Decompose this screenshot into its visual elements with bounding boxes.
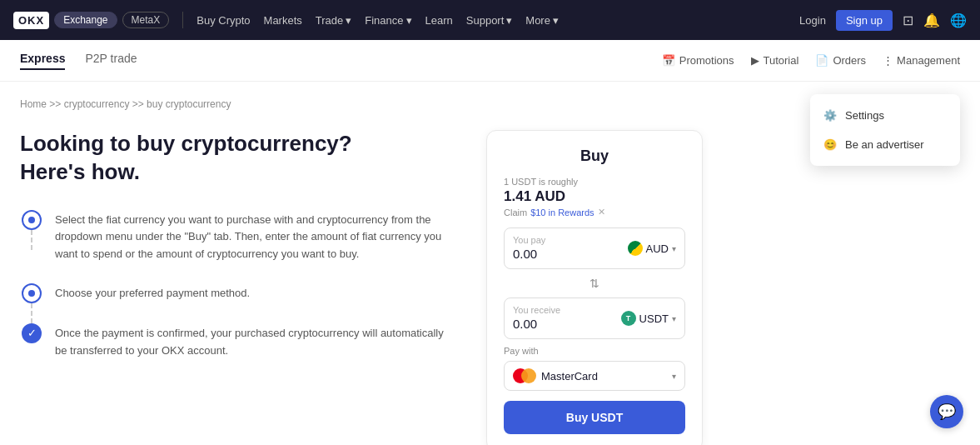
left-content: Looking to buy cryptocurrency? Here's ho… [20, 130, 453, 360]
settings-menu-item[interactable]: ⚙️ Settings [810, 101, 960, 130]
aud-chevron-icon: ▾ [672, 244, 676, 253]
you-receive-input[interactable]: You receive 0.00 T USDT ▾ [504, 298, 685, 339]
step-3-check: ✓ [22, 323, 42, 343]
settings-gear-icon: ⚙️ [823, 109, 837, 122]
exchange-rate-label: 1 USDT is roughly [504, 177, 685, 187]
mc-orange-circle [521, 368, 536, 383]
step-2-text: Choose your preferred payment method. [55, 283, 250, 302]
promotions-calendar-icon: 📅 [662, 54, 675, 67]
swap-arrows-icon: ⇅ [589, 277, 599, 290]
swap-button[interactable]: ⇅ [504, 276, 685, 291]
metax-tab[interactable]: MetaX [122, 12, 170, 28]
claim-link[interactable]: $10 in Rewards [530, 208, 594, 218]
exchange-rate-value: 1.41 AUD [504, 188, 685, 205]
mastercard-icon: MasterCard [513, 368, 598, 383]
claim-text: Claim $10 in Rewards ✕ [504, 207, 685, 218]
finance-chevron-icon: ▾ [406, 14, 412, 27]
step-item-3: ✓ Once the payment is confirmed, your pu… [20, 323, 453, 360]
nav-right: Login Sign up ⊡ 🔔 🌐 [799, 10, 967, 31]
buy-usdt-button[interactable]: Buy USDT [504, 401, 685, 434]
mastercard-label: MasterCard [541, 370, 598, 382]
pay-with-label: Pay with [504, 346, 685, 356]
aud-label: AUD [646, 242, 669, 255]
usdt-icon: T [621, 311, 636, 326]
aud-currency-select[interactable]: AUD ▾ [628, 241, 676, 256]
you-pay-input[interactable]: You pay 0.00 AUD ▾ [504, 228, 685, 269]
management-link[interactable]: ⋮ Management ⚙️ Settings 😊 Be an adverti… [883, 54, 960, 67]
support-chevron-icon: ▾ [506, 14, 512, 27]
you-receive-label: You receive [513, 305, 560, 315]
step-2-dot [28, 290, 35, 297]
nav-divider-1 [182, 12, 183, 28]
step-item-2: Choose your preferred payment method. [20, 283, 453, 323]
exchange-tab[interactable]: Exchange [54, 12, 117, 28]
advertiser-menu-item[interactable]: 😊 Be an advertiser [810, 130, 960, 159]
tab-express[interactable]: Express [20, 52, 65, 70]
sub-nav: Express P2P trade 📅 Promotions ▶ Tutoria… [0, 40, 980, 82]
orders-doc-icon: 📄 [815, 54, 828, 67]
orders-link[interactable]: 📄 Orders [815, 54, 866, 67]
you-pay-value: 0.00 [513, 247, 537, 261]
step-3-text: Once the payment is confirmed, your purc… [55, 323, 453, 360]
nav-markets[interactable]: Markets [264, 14, 302, 27]
buy-card-title: Buy [504, 148, 685, 165]
step-item-1: Select the fiat currency you want to pur… [20, 210, 453, 283]
globe-icon[interactable]: 🌐 [950, 12, 967, 28]
steps-list: Select the fiat currency you want to pur… [20, 210, 453, 360]
promotions-link[interactable]: 📅 Promotions [662, 54, 734, 67]
buy-card: Buy 1 USDT is roughly 1.41 AUD Claim $10… [486, 130, 703, 445]
okx-logo[interactable]: OKX [13, 12, 49, 29]
page-title: Looking to buy cryptocurrency? Here's ho… [20, 130, 453, 187]
claim-close-icon[interactable]: ✕ [598, 207, 605, 218]
nav-buy-crypto[interactable]: Buy Crypto [196, 14, 250, 27]
step-line-2 [31, 303, 32, 323]
more-chevron-icon: ▾ [553, 14, 559, 27]
mastercard-circles [513, 368, 536, 383]
chat-bubble-button[interactable]: 💬 [930, 395, 963, 428]
step-3-icon-col: ✓ [20, 323, 43, 343]
nav-support[interactable]: Support ▾ [466, 14, 513, 27]
tutorial-link[interactable]: ▶ Tutorial [751, 54, 799, 67]
tab-p2p-trade[interactable]: P2P trade [85, 52, 137, 70]
login-button[interactable]: Login [799, 14, 826, 27]
top-nav: OKX Exchange MetaX Buy Crypto Markets Tr… [0, 0, 980, 40]
management-dots-icon: ⋮ [883, 54, 893, 67]
you-receive-value: 0.00 [513, 317, 537, 331]
nav-finance[interactable]: Finance ▾ [365, 14, 411, 27]
management-dropdown: ⚙️ Settings 😊 Be an advertiser [810, 94, 960, 166]
logo-area: OKX Exchange MetaX [13, 12, 169, 29]
nav-links: Buy Crypto Markets Trade ▾ Finance ▾ Lea… [196, 14, 789, 27]
step-1-icon-col [20, 210, 43, 230]
step-2-icon-col [20, 283, 43, 303]
wallet-icon[interactable]: ⊡ [903, 12, 913, 28]
usdt-chevron-icon: ▾ [672, 314, 676, 323]
step-line-1 [31, 230, 32, 250]
step-1-text: Select the fiat currency you want to pur… [55, 210, 453, 263]
trade-chevron-icon: ▾ [346, 14, 351, 27]
nav-trade[interactable]: Trade ▾ [316, 14, 351, 27]
step-2-circle [22, 283, 42, 303]
sub-nav-right: 📅 Promotions ▶ Tutorial 📄 Orders ⋮ Manag… [662, 54, 960, 67]
content-area: Looking to buy cryptocurrency? Here's ho… [20, 130, 960, 445]
step-1-circle [22, 210, 42, 230]
nav-more[interactable]: More ▾ [525, 14, 559, 27]
usdt-currency-select[interactable]: T USDT ▾ [621, 311, 676, 326]
tutorial-play-icon: ▶ [751, 54, 759, 67]
signup-button[interactable]: Sign up [836, 10, 893, 31]
you-pay-label: You pay [513, 235, 545, 245]
pay-method-selector[interactable]: MasterCard ▾ [504, 361, 685, 391]
pay-method-chevron-icon: ▾ [672, 372, 676, 381]
advertiser-smiley-icon: 😊 [823, 138, 837, 151]
aud-flag-icon [628, 241, 643, 256]
bell-icon[interactable]: 🔔 [923, 12, 940, 28]
sub-nav-left: Express P2P trade [20, 52, 137, 70]
step-1-dot [28, 217, 35, 223]
usdt-label: USDT [639, 312, 669, 325]
nav-learn[interactable]: Learn [425, 14, 453, 27]
